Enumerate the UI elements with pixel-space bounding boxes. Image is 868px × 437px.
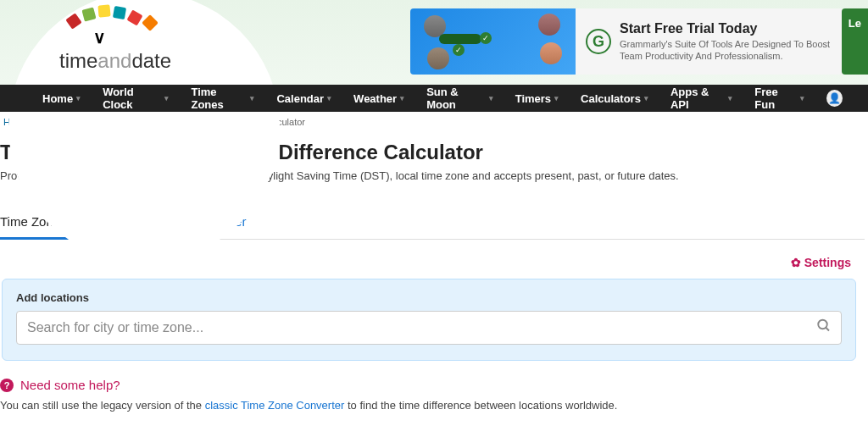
ad-title: Start Free Trial Today — [620, 21, 832, 36]
chevron-down-icon: ▾ — [554, 94, 559, 102]
nav-timers[interactable]: Timers▾ — [515, 92, 559, 105]
add-locations-panel: Add locations — [2, 279, 856, 361]
ad-cta-button[interactable]: Le — [842, 8, 868, 75]
legacy-converter-link[interactable]: classic Time Zone Converter — [205, 399, 345, 412]
grammarly-icon: G — [586, 29, 611, 54]
logo-text-3: date — [131, 49, 171, 72]
nav-calendar[interactable]: Calendar▾ — [276, 92, 331, 105]
settings-button[interactable]: ✿Settings — [791, 256, 851, 269]
nav-apps-api[interactable]: Apps & API▾ — [670, 86, 732, 111]
question-icon: ? — [0, 379, 14, 392]
help-label: Need some help? — [20, 378, 120, 392]
ad-banner[interactable]: ✓✓ G Start Free Trial Today Grammarly's … — [410, 8, 868, 75]
help-link[interactable]: ? Need some help? — [0, 378, 865, 392]
chevron-down-icon: ▾ — [327, 94, 331, 102]
search-icon[interactable] — [816, 318, 832, 338]
nav-home[interactable]: Home▾ — [42, 92, 81, 105]
site-logo[interactable]: ∨ timeanddate — [34, 8, 254, 85]
nav-calculators[interactable]: Calculators▾ — [581, 92, 648, 105]
svg-point-0 — [818, 320, 827, 329]
legacy-note: You can still use the legacy version of … — [0, 399, 865, 412]
nav-free-fun[interactable]: Free Fun▾ — [754, 86, 804, 111]
nav-time-zones[interactable]: Time Zones▾ — [191, 86, 254, 111]
logo-text-2: and — [97, 49, 131, 72]
chevron-down-icon: ▾ — [728, 94, 732, 102]
nav-sun-moon[interactable]: Sun & Moon▾ — [426, 86, 493, 111]
chevron-down-icon: ▾ — [489, 94, 493, 102]
profile-icon[interactable]: 👤 — [826, 90, 843, 107]
chevron-down-icon: ▾ — [800, 94, 804, 102]
chevron-down-icon: ▾ — [644, 94, 648, 102]
chevron-down-icon: ▾ — [250, 94, 254, 102]
nav-world-clock[interactable]: World Clock▾ — [103, 86, 169, 111]
gear-icon: ✿ — [791, 256, 801, 269]
svg-line-1 — [826, 328, 829, 331]
chevron-down-icon: ▾ — [400, 94, 404, 102]
chevron-down-icon: ▾ — [164, 94, 169, 102]
chevron-down-icon: ▾ — [76, 94, 81, 102]
logo-text-1: time — [59, 49, 97, 72]
location-search-input[interactable] — [16, 311, 842, 345]
main-nav: Home▾ World Clock▾ Time Zones▾ Calendar▾… — [0, 85, 868, 112]
add-locations-label: Add locations — [16, 291, 842, 304]
ad-subtitle: Grammarly's Suite Of Tools Are Designed … — [620, 38, 832, 63]
nav-weather[interactable]: Weather▾ — [353, 92, 404, 105]
